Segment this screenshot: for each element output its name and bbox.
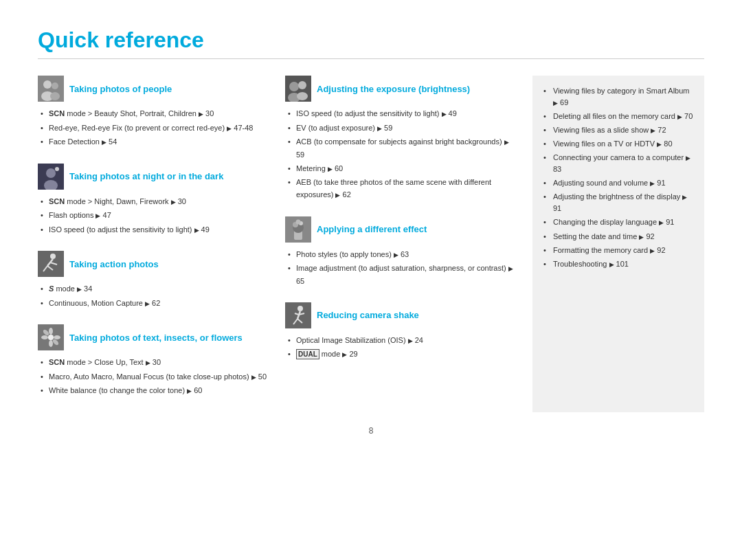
list-item: Changing the display language 91 [543,216,693,228]
main-content: Taking photos of people SCN mode > Beaut… [38,76,704,412]
section-people-header: Taking photos of people [38,76,271,102]
section-action: Taking action photos S mode 34 Continuou… [38,251,271,309]
svg-point-9 [55,167,59,171]
svg-point-3 [52,82,58,89]
section-macro-title: Taking photos of text, insects, or flowe… [69,333,243,343]
section-shake-body: Optical Image Stabilization (OIS) 24 DUA… [285,334,519,361]
section-effect-header: Applying a different effect [285,216,519,243]
section-night: Taking photos at night or in the dark SC… [38,164,271,236]
list-item: SCN mode > Night, Dawn, Firework 30 [41,195,271,208]
title-divider [38,58,704,59]
page-number: 8 [38,426,704,436]
svg-point-27 [298,81,306,89]
section-effect-title: Applying a different effect [317,224,427,234]
list-item: Setting the date and time 92 [543,231,693,243]
page-container: Quick reference Taking pho [0,0,742,456]
list-item: Connecting your camera to a computer 83 [543,152,693,175]
section-effect: Applying a different effect Photo styles… [285,216,519,287]
svg-point-17 [48,335,54,340]
section-exposure: Adjusting the exposure (brightness) ISO … [285,76,519,201]
section-macro-header: Taking photos of text, insects, or flowe… [38,324,271,350]
list-item: Viewing files on a TV or HDTV 80 [543,138,693,150]
list-item: SCN mode > Beauty Shot, Portrait, Childr… [41,107,271,120]
svg-point-20 [41,335,48,339]
icon-night [38,164,64,190]
right-column: Viewing files by category in Smart Album… [532,76,704,412]
list-item: Optical Image Stabilization (OIS) 24 [288,334,519,347]
section-people-title: Taking photos of people [69,84,172,94]
list-item: Viewing files by category in Smart Album… [543,85,693,109]
section-macro-body: SCN mode > Close Up, Text 30 Macro, Auto… [38,356,271,397]
list-item: Photo styles (to apply tones) 63 [288,248,519,261]
list-item: Face Detection 54 [41,135,271,148]
list-item: Viewing files as a slide show 72 [543,124,693,136]
list-item: ISO speed (to adjust the sensitivity to … [41,223,271,236]
svg-point-36 [297,306,303,311]
section-shake-header: Reducing camera shake [285,302,519,328]
list-item: DUAL mode 29 [288,348,519,361]
svg-point-19 [49,340,53,347]
icon-effect [285,216,311,243]
svg-point-1 [43,80,52,89]
list-item: Troubleshooting 101 [543,258,693,270]
list-item: S mode 34 [41,282,271,295]
section-shake-title: Reducing camera shake [317,310,419,320]
section-action-body: S mode 34 Continuous, Motion Capture 62 [38,282,271,309]
list-item: Image adjustment (to adjust saturation, … [288,262,519,287]
list-item: ISO speed (to adjust the sensitivity to … [288,107,519,120]
icon-people [38,76,64,102]
section-exposure-body: ISO speed (to adjust the sensitivity to … [285,107,519,201]
section-people-body: SCN mode > Beauty Shot, Portrait, Childr… [38,107,271,148]
icon-macro [38,324,64,350]
svg-point-4 [50,92,60,100]
section-exposure-title: Adjusting the exposure (brightness) [317,84,470,94]
icon-exposure [285,76,311,102]
list-item: ACB (to compensate for subjects against … [288,135,519,161]
section-night-body: SCN mode > Night, Dawn, Firework 30 Flas… [38,195,271,236]
icon-shake [285,302,311,328]
section-macro: Taking photos of text, insects, or flowe… [38,324,271,397]
middle-column: Adjusting the exposure (brightness) ISO … [285,76,519,412]
section-night-header: Taking photos at night or in the dark [38,164,271,190]
svg-rect-8 [38,164,64,190]
svg-point-34 [296,219,301,224]
section-people: Taking photos of people SCN mode > Beaut… [38,76,271,148]
list-item: Red-eye, Red-eye Fix (to prevent or corr… [41,122,271,135]
page-title: Quick reference [38,27,704,53]
section-shake: Reducing camera shake Optical Image Stab… [285,302,519,361]
list-item: AEB (to take three photos of the same sc… [288,176,519,201]
list-item: Macro, Auto Macro, Manual Focus (to take… [41,370,271,383]
section-effect-body: Photo styles (to apply tones) 63 Image a… [285,248,519,287]
svg-point-18 [49,328,53,335]
list-item: Adjusting sound and volume 91 [543,177,693,189]
svg-point-25 [289,82,299,91]
left-column: Taking photos of people SCN mode > Beaut… [38,76,271,412]
svg-point-28 [297,92,308,100]
list-item: Continuous, Motion Capture 62 [41,297,271,310]
list-item: Formatting the memory card 92 [543,245,693,256]
section-exposure-header: Adjusting the exposure (brightness) [285,76,519,102]
list-item: White balance (to change the color tone)… [41,384,271,397]
section-action-header: Taking action photos [38,251,271,277]
list-item: Flash options 47 [41,209,271,222]
list-item: SCN mode > Close Up, Text 30 [41,356,271,369]
list-item: Adjusting the brightness of the display … [543,191,693,214]
list-item: Deleting all files on the memory card 70 [543,111,693,122]
section-night-title: Taking photos at night or in the dark [69,171,223,181]
icon-action [38,251,64,277]
svg-point-11 [50,254,56,259]
list-item: EV (to adjust exposure) 59 [288,122,519,135]
svg-point-21 [54,335,60,339]
list-item: Metering 60 [288,162,519,175]
section-action-title: Taking action photos [69,259,159,269]
